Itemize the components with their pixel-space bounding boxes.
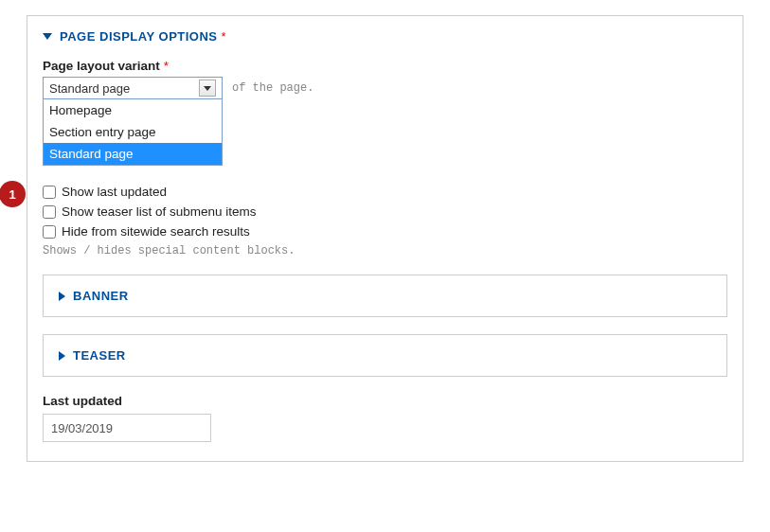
page-display-options-panel: 1 PAGE DISPLAY OPTIONS * Page layout var…: [27, 15, 743, 462]
checkbox-group: Show last updated Show teaser list of su…: [43, 185, 727, 257]
banner-panel-title: BANNER: [73, 289, 129, 303]
dropdown-arrow-button[interactable]: [199, 80, 216, 97]
checkbox-show-teaser-list[interactable]: Show teaser list of submenu items: [43, 204, 727, 219]
layout-variant-dropdown: Homepage Section entry page Standard pag…: [43, 99, 223, 166]
dropdown-option-section-entry[interactable]: Section entry page: [44, 121, 222, 143]
dropdown-option-homepage[interactable]: Homepage: [44, 99, 222, 121]
required-marker: *: [164, 59, 169, 73]
caret-down-icon: [204, 86, 211, 91]
checkbox-hide-from-search[interactable]: Hide from sitewide search results: [43, 224, 727, 239]
checkbox-label: Show last updated: [62, 185, 167, 199]
section-title: PAGE DISPLAY OPTIONS: [60, 29, 218, 44]
checkbox-show-teaser-list-input[interactable]: [43, 205, 56, 219]
teaser-panel-title: TEASER: [73, 348, 126, 363]
layout-variant-select[interactable]: Standard page: [43, 77, 223, 99]
banner-panel[interactable]: BANNER: [43, 275, 727, 317]
step-badge: 1: [0, 181, 26, 207]
content-blocks-helper: Shows / hides special content blocks.: [43, 244, 727, 257]
checkbox-label: Show teaser list of submenu items: [62, 204, 257, 219]
checkbox-show-last-updated-input[interactable]: [43, 186, 56, 199]
checkbox-hide-from-search-input[interactable]: [43, 225, 56, 239]
checkbox-label: Hide from sitewide search results: [62, 224, 250, 239]
checkbox-show-last-updated[interactable]: Show last updated: [43, 185, 727, 199]
layout-variant-helper: of the page.: [232, 81, 313, 95]
section-header[interactable]: PAGE DISPLAY OPTIONS *: [43, 29, 727, 44]
caret-down-icon: [43, 33, 52, 40]
layout-variant-label: Page layout variant *: [43, 59, 727, 73]
caret-right-icon: [59, 292, 65, 301]
required-marker: *: [222, 29, 227, 44]
caret-right-icon: [59, 351, 65, 361]
layout-variant-label-text: Page layout variant: [43, 59, 160, 73]
dropdown-option-standard-page[interactable]: Standard page: [44, 143, 222, 165]
last-updated-label: Last updated: [43, 394, 727, 408]
teaser-panel[interactable]: TEASER: [43, 334, 727, 377]
last-updated-input[interactable]: [43, 414, 211, 442]
layout-variant-selected-value: Standard page: [49, 81, 130, 96]
layout-variant-select-wrap: Standard page Homepage Section entry pag…: [43, 77, 223, 99]
